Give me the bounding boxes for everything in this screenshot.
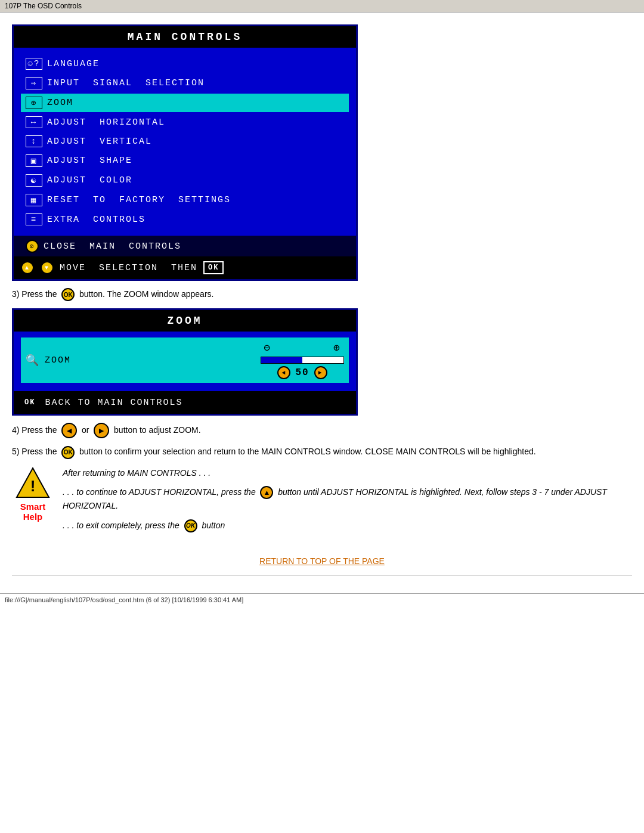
language-icon: ☺?	[26, 58, 42, 70]
menu-item-zoom[interactable]: ⊕ ZOOM	[21, 94, 349, 112]
step5-text-after: button to confirm your selection and ret…	[79, 447, 536, 456]
step3-paragraph: 3) Press the OK button. The ZOOM window …	[12, 288, 632, 301]
svg-text:!: !	[30, 477, 36, 495]
bottom-status-bar: file:///G|/manual/english/107P/osd/osd_c…	[0, 593, 644, 606]
input-signal-label: INPUT SIGNAL SELECTION	[47, 78, 205, 88]
step4-text: 4) Press the	[12, 425, 57, 435]
adjust-horizontal-icon: ↔	[26, 116, 42, 128]
main-controls-panel: MAIN CONTROLS ☺? LANGUAGE ⇒ INPUT SIGNAL…	[12, 24, 358, 281]
smart-help-section: ! SmartHelp After returning to MAIN CONT…	[12, 466, 632, 538]
zoom-minus-icon: ⊖	[264, 341, 271, 354]
step3-text-after: button. The ZOOM window appears.	[79, 289, 213, 299]
footer-label: MOVE SELECTION THEN	[60, 263, 197, 273]
zoom-left-arrow[interactable]: ◄	[277, 366, 290, 379]
close-circle-icon: ◎	[26, 240, 39, 253]
zoom-item-label: ZOOM	[45, 355, 71, 366]
up-arrow-icon: ▲	[21, 261, 34, 274]
step5-text: 5) Press the	[12, 447, 57, 456]
main-controls-footer: ▲ ▼ MOVE SELECTION THEN OK	[14, 256, 356, 279]
up-nav-button: ▲	[260, 486, 273, 499]
smart-help-point1: . . . to continue to ADJUST HORIZONTAL, …	[63, 485, 632, 513]
step4-paragraph: 4) Press the ◄ or ► button to adjust ZOO…	[12, 423, 632, 438]
menu-item-adjust-color[interactable]: ☯ ADJUST COLOR	[21, 171, 349, 190]
adjust-vertical-icon: ↕	[26, 135, 42, 147]
zoom-panel: ZOOM 🔍 ZOOM ⊖ ⊕	[12, 308, 358, 416]
warning-triangle-icon: !	[15, 466, 51, 499]
zoom-icon: ⊕	[26, 97, 42, 109]
zoom-value: 50	[295, 367, 309, 378]
zoom-back-label: BACK TO MAIN CONTROLS	[45, 398, 182, 408]
adjust-shape-label: ADJUST SHAPE	[47, 156, 132, 166]
zoom-label: ZOOM	[47, 98, 73, 108]
browser-title-bar: 107P The OSD Controls	[0, 0, 644, 13]
menu-item-adjust-horizontal[interactable]: ↔ ADJUST HORIZONTAL	[21, 113, 349, 131]
main-controls-body: ☺? LANGUAGE ⇒ INPUT SIGNAL SELECTION ⊕ Z…	[14, 48, 356, 236]
close-main-controls-row[interactable]: ◎ CLOSE MAIN CONTROLS	[14, 236, 356, 256]
zoom-magnify-icon: 🔍	[26, 354, 40, 367]
adjust-color-label: ADJUST COLOR	[47, 175, 132, 185]
zoom-item-left: 🔍 ZOOM	[26, 354, 71, 367]
smart-help-intro: After returning to MAIN CONTROLS . . .	[63, 466, 632, 479]
zoom-body: 🔍 ZOOM ⊖ ⊕ ◄ 5	[14, 332, 356, 391]
adjust-horizontal-label: ADJUST HORIZONTAL	[47, 117, 165, 128]
ok-button-smart-help: OK	[184, 519, 197, 532]
adjust-color-icon: ☯	[26, 174, 42, 187]
zoom-progress-bar	[261, 357, 344, 364]
return-to-top-link[interactable]: RETURN TO TOP OF THE PAGE	[259, 556, 385, 566]
main-controls-title: MAIN CONTROLS	[14, 26, 356, 48]
page-title: 107P The OSD Controls	[5, 2, 82, 10]
zoom-title: ZOOM	[14, 310, 356, 332]
menu-item-reset[interactable]: ▦ RESET TO FACTORY SETTINGS	[21, 191, 349, 209]
ok-box-zoom-footer: OK	[21, 396, 39, 409]
smart-help-point2: . . . to exit completely, press the OK b…	[63, 519, 632, 532]
menu-item-language[interactable]: ☺? LANGUAGE	[21, 55, 349, 73]
language-label: LANGUAGE	[47, 59, 100, 69]
menu-item-extra-controls[interactable]: ≡ EXTRA CONTROLS	[21, 210, 349, 228]
smart-help-label: SmartHelp	[12, 501, 54, 522]
zoom-bar-row	[261, 357, 344, 364]
zoom-item-row: 🔍 ZOOM ⊖ ⊕ ◄ 5	[21, 337, 349, 383]
step5-paragraph: 5) Press the OK button to confirm your s…	[12, 445, 632, 459]
zoom-bar-fill	[261, 357, 302, 363]
step3-text-before: 3) Press the	[12, 289, 57, 299]
menu-item-input-signal[interactable]: ⇒ INPUT SIGNAL SELECTION	[21, 74, 349, 92]
adjust-shape-icon: ▣	[26, 154, 42, 167]
zoom-plus-icon: ⊕	[333, 341, 341, 354]
zoom-item-right: ⊖ ⊕ ◄ 50 ►	[261, 341, 344, 379]
nav-arrows-icon: ▲ ▼	[21, 261, 54, 274]
right-nav-button: ►	[94, 423, 109, 438]
ok-box-icon: OK	[203, 261, 224, 274]
reset-label: RESET TO FACTORY SETTINGS	[47, 195, 231, 205]
adjust-vertical-label: ADJUST VERTICAL	[47, 137, 152, 147]
ok-button-step5: OK	[61, 446, 75, 459]
smart-help-text-area: After returning to MAIN CONTROLS . . . .…	[63, 466, 632, 538]
step4-text-mid: or	[82, 425, 89, 435]
close-main-controls-label: CLOSE MAIN CONTROLS	[44, 241, 181, 252]
zoom-right-arrow[interactable]: ►	[314, 366, 327, 379]
step4-text-after: button to adjust ZOOM.	[114, 425, 201, 435]
menu-item-adjust-vertical[interactable]: ↕ ADJUST VERTICAL	[21, 132, 349, 150]
zoom-footer: OK BACK TO MAIN CONTROLS	[14, 391, 356, 414]
zoom-value-row: ◄ 50 ►	[277, 366, 327, 379]
ok-button-step3: OK	[61, 288, 75, 301]
zoom-controls-row: ⊖ ⊕	[264, 341, 341, 354]
menu-item-adjust-shape[interactable]: ▣ ADJUST SHAPE	[21, 151, 349, 170]
smart-help-icon-area: ! SmartHelp	[12, 466, 54, 522]
left-nav-button: ◄	[61, 423, 77, 438]
reset-icon: ▦	[26, 194, 42, 206]
extra-controls-icon: ≡	[26, 213, 42, 225]
main-content: MAIN CONTROLS ☺? LANGUAGE ⇒ INPUT SIGNAL…	[0, 13, 644, 587]
return-link-area[interactable]: RETURN TO TOP OF THE PAGE	[12, 556, 632, 566]
extra-controls-label: EXTRA CONTROLS	[47, 215, 145, 225]
bottom-status-text: file:///G|/manual/english/107P/osd/osd_c…	[5, 596, 243, 603]
down-arrow-icon: ▼	[41, 261, 54, 274]
input-signal-icon: ⇒	[26, 77, 42, 89]
